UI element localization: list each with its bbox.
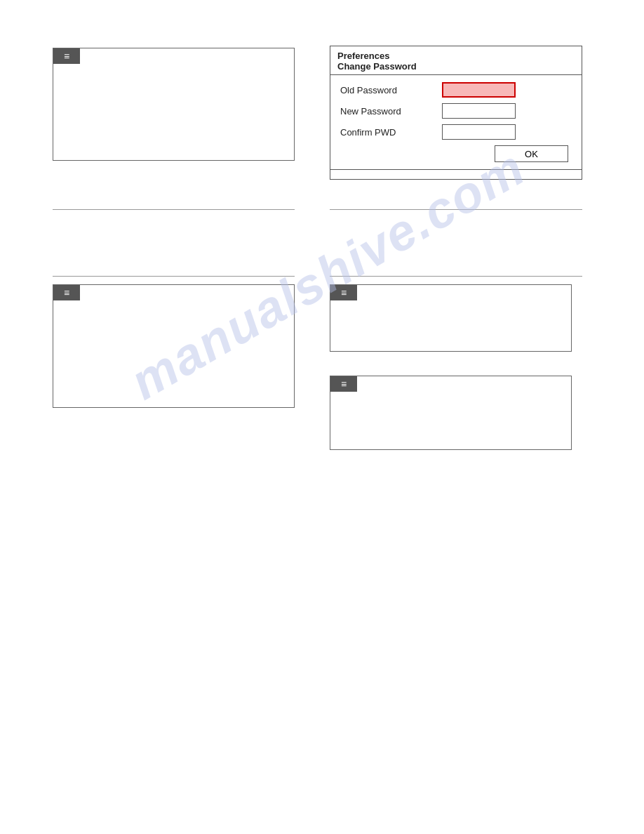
right-divider-1 [330,209,582,210]
left-panel-2: ≡ [53,284,295,407]
old-password-label: Old Password [340,85,442,95]
new-password-row: New Password [340,103,572,119]
confirm-pwd-label: Confirm PWD [340,127,442,138]
right-panel-2: ≡ [330,376,572,449]
new-password-input[interactable] [442,103,516,119]
old-password-input[interactable] [442,82,516,98]
left-panel-2-header: ≡ [53,285,80,300]
menu-icon-2: ≡ [64,288,69,298]
right-divider-2 [330,276,582,277]
preferences-footer [330,169,582,179]
preferences-body: Old Password New Password Confirm PWD OK [330,75,582,169]
preferences-title-line2: Change Password [337,61,575,72]
ok-button[interactable]: OK [495,145,568,162]
right-panel-1-content [330,300,571,351]
menu-icon-4: ≡ [341,379,347,389]
preferences-dialog: Preferences Change Password Old Password… [330,46,582,180]
left-panel-1: ≡ [53,48,295,160]
left-panel-2-content [53,300,294,407]
left-panel-1-content [53,64,294,160]
right-panel-2-header: ≡ [330,376,357,392]
menu-icon-3: ≡ [341,288,347,298]
confirm-pwd-input[interactable] [442,124,516,140]
right-panel-1: ≡ [330,284,572,351]
left-panel-1-header: ≡ [53,48,80,64]
left-divider-2 [53,276,295,277]
preferences-title-line1: Preferences [337,51,575,61]
right-panel-2-content [330,392,571,449]
preferences-titlebar: Preferences Change Password [330,46,582,75]
menu-icon-1: ≡ [64,51,69,61]
old-password-row: Old Password [340,82,572,98]
left-divider-1 [53,209,295,210]
confirm-pwd-row: Confirm PWD [340,124,572,140]
ok-row: OK [340,145,572,162]
new-password-label: New Password [340,106,442,117]
right-panel-1-header: ≡ [330,285,357,300]
